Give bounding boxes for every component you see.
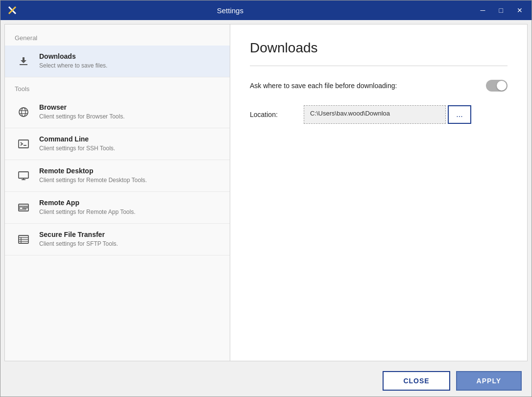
sidebar-item-command-line[interactable]: Command Line Client settings for SSH Too… (5, 128, 230, 160)
sftp-item-desc: Client settings for SFTP Tools. (39, 240, 118, 248)
svg-rect-16 (24, 209, 26, 210)
ask-label: Ask where to save each file before downl… (250, 82, 486, 90)
sidebar-item-downloads[interactable]: Downloads Select where to save files. (5, 46, 230, 77)
ask-setting-row: Ask where to save each file before downl… (250, 80, 508, 92)
remote-app-icon (15, 199, 32, 216)
settings-window: Settings ─ □ ✕ General Downloads Sel (0, 0, 532, 397)
command-line-item-name: Command Line (39, 135, 115, 143)
remote-desktop-item-desc: Client settings for Remote Desktop Tools… (39, 176, 147, 185)
sidebar-item-remote-desktop[interactable]: Remote Desktop Client settings for Remot… (5, 160, 230, 192)
general-section-title: General (5, 34, 230, 46)
location-row: Location: C:\Users\bav.wood\Downloa ... (250, 105, 508, 124)
svg-point-4 (22, 108, 25, 117)
window-close-button[interactable]: ✕ (514, 6, 526, 15)
window-controls: ─ □ ✕ (478, 6, 526, 15)
apply-button[interactable]: APPLY (456, 371, 522, 391)
footer: CLOSE APPLY (0, 365, 532, 397)
minimize-button[interactable]: ─ (478, 6, 488, 15)
sftp-icon (15, 231, 32, 248)
titlebar: Settings ─ □ ✕ (0, 0, 532, 20)
sidebar-item-remote-app[interactable]: Remote App Client settings for Remote Ap… (5, 192, 230, 224)
browser-item-desc: Client settings for Browser Tools. (39, 113, 125, 121)
sidebar: General Downloads Select where to save f… (5, 24, 230, 361)
app-logo (6, 4, 18, 16)
browse-button[interactable]: ... (448, 105, 471, 124)
sidebar-item-sftp[interactable]: Secure File Transfer Client settings for… (5, 224, 230, 256)
svg-rect-9 (19, 172, 28, 178)
window-title: Settings (22, 6, 438, 15)
tools-section: Tools Browser Client settings for Brow (5, 77, 230, 256)
browser-icon (15, 103, 32, 121)
close-button[interactable]: CLOSE (383, 371, 450, 391)
remote-desktop-icon (15, 167, 32, 185)
svg-rect-2 (20, 64, 27, 65)
remote-app-item-desc: Client settings for Remote App Tools. (39, 208, 136, 216)
page-title: Downloads (250, 40, 508, 56)
remote-app-item-name: Remote App (39, 199, 136, 207)
location-label: Location: (250, 111, 294, 118)
sidebar-item-browser[interactable]: Browser Client settings for Browser Tool… (5, 96, 230, 128)
location-path: C:\Users\bav.wood\Downloa (304, 105, 446, 124)
downloads-item-name: Downloads (39, 52, 107, 60)
downloads-item-desc: Select where to save files. (39, 62, 107, 70)
sftp-item-name: Secure File Transfer (39, 231, 118, 238)
remote-desktop-item-name: Remote Desktop (39, 167, 147, 175)
download-icon (15, 52, 32, 70)
divider (250, 66, 508, 66)
command-line-item-desc: Client settings for SSH Tools. (39, 144, 115, 153)
svg-rect-15 (24, 207, 27, 208)
main-content: Downloads Ask where to save each file be… (230, 24, 527, 361)
toggle-knob (497, 81, 507, 91)
titlebar-left (6, 4, 22, 16)
command-line-icon (15, 135, 32, 153)
svg-point-3 (19, 108, 28, 117)
ask-toggle[interactable] (486, 80, 508, 92)
svg-rect-7 (19, 140, 28, 148)
browser-item-name: Browser (39, 103, 125, 111)
content-area: General Downloads Select where to save f… (4, 24, 528, 361)
maximize-button[interactable]: □ (496, 6, 506, 15)
tools-section-title: Tools (5, 85, 230, 96)
svg-rect-14 (20, 207, 23, 210)
